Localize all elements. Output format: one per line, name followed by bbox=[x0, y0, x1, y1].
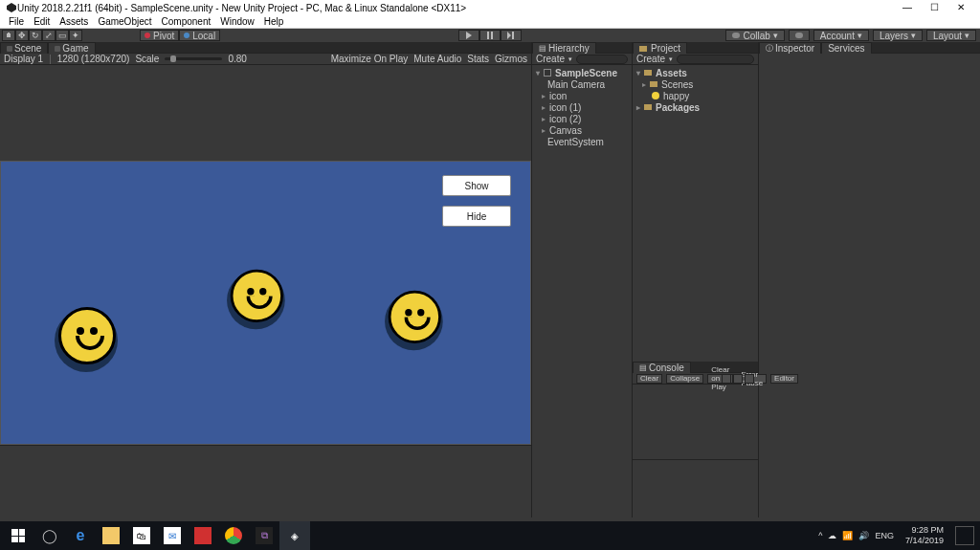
console-warn-filter[interactable] bbox=[733, 374, 743, 384]
project-toolbar: Create▾ bbox=[633, 54, 758, 65]
tray-volume-icon[interactable]: 🔊 bbox=[858, 531, 869, 540]
project-item-happy[interactable]: happy bbox=[633, 90, 758, 101]
hand-tool-button[interactable] bbox=[2, 30, 15, 41]
hierarchy-item-main-camera[interactable]: Main Camera bbox=[532, 78, 632, 90]
account-label: Account bbox=[820, 31, 855, 41]
window-minimize-button[interactable]: — bbox=[894, 0, 921, 15]
pause-button[interactable] bbox=[479, 30, 501, 41]
tab-console[interactable]: ▤Console bbox=[633, 362, 691, 373]
transform-tool-button[interactable]: ✦ bbox=[69, 30, 82, 41]
local-toggle[interactable]: Local bbox=[179, 30, 220, 41]
hierarchy-item-eventsystem[interactable]: EventSystem bbox=[532, 136, 632, 147]
taskbar-edge[interactable]: e bbox=[65, 521, 96, 550]
tray-network-icon[interactable]: 📶 bbox=[842, 531, 853, 540]
rect-tool-button[interactable]: ▭ bbox=[56, 30, 69, 41]
hierarchy-search[interactable] bbox=[576, 55, 628, 64]
menu-file[interactable]: File bbox=[4, 16, 29, 27]
tab-project[interactable]: Project bbox=[633, 42, 687, 54]
console-info-filter[interactable] bbox=[722, 374, 731, 384]
scale-tool-button[interactable]: ⤢ bbox=[42, 30, 56, 41]
hierarchy-tree: ▾SampleScene Main Camera ▸icon ▸icon (1)… bbox=[532, 65, 632, 517]
gizmos-dropdown[interactable]: Gizmos bbox=[495, 54, 527, 64]
game-hide-button[interactable]: Hide bbox=[442, 206, 511, 227]
collab-dropdown[interactable]: Collab ▾ bbox=[725, 30, 784, 41]
game-viewport-wrap: Show Hide bbox=[0, 65, 531, 517]
inspector-column: ⓘInspector Services bbox=[758, 42, 980, 517]
project-assets[interactable]: ▾Assets bbox=[633, 67, 758, 78]
console-editor-dropdown[interactable]: Editor bbox=[770, 374, 798, 384]
taskbar-explorer[interactable] bbox=[96, 521, 126, 550]
menu-window[interactable]: Window bbox=[215, 16, 259, 27]
menu-help[interactable]: Help bbox=[259, 16, 289, 27]
tray-language[interactable]: ENG bbox=[875, 531, 894, 540]
tab-services[interactable]: Services bbox=[821, 42, 871, 54]
console-error-filter[interactable] bbox=[745, 374, 754, 384]
maximize-on-play-toggle[interactable]: Maximize On Play bbox=[331, 54, 409, 64]
taskbar-vs[interactable]: ⧉ bbox=[249, 521, 279, 550]
console-clear-button[interactable]: Clear bbox=[636, 374, 662, 384]
hierarchy-column: ▤Hierarchy Create▾ ▾SampleScene Main Cam… bbox=[531, 42, 632, 517]
pivot-icon bbox=[145, 33, 150, 38]
project-item-scenes[interactable]: ▸Scenes bbox=[633, 78, 758, 90]
menu-component[interactable]: Component bbox=[157, 16, 216, 27]
layout-dropdown[interactable]: Layout ▾ bbox=[926, 30, 976, 41]
game-show-button[interactable]: Show bbox=[442, 175, 511, 196]
tab-game-label: Game bbox=[62, 43, 88, 54]
tab-game[interactable]: Game bbox=[48, 42, 95, 54]
taskbar-search[interactable]: ◯ bbox=[34, 521, 65, 550]
hierarchy-item-canvas[interactable]: ▸Canvas bbox=[532, 124, 632, 136]
project-search[interactable] bbox=[677, 55, 754, 64]
game-toolbar: Display 1 | 1280 (1280x720) Scale 0.80 M… bbox=[0, 54, 531, 65]
start-button[interactable] bbox=[2, 521, 34, 550]
console-detail bbox=[633, 460, 758, 517]
move-tool-button[interactable]: ✥ bbox=[15, 30, 29, 41]
step-button[interactable] bbox=[501, 30, 522, 41]
menu-bar: File Edit Assets GameObject Component Wi… bbox=[0, 15, 980, 29]
taskbar-chrome[interactable] bbox=[218, 521, 249, 550]
tab-hierarchy-label: Hierarchy bbox=[548, 43, 590, 54]
tray-chevron-icon[interactable]: ^ bbox=[818, 531, 822, 540]
taskbar-mail[interactable]: ✉ bbox=[157, 521, 188, 550]
taskbar-unity[interactable]: ◈ bbox=[279, 521, 310, 550]
play-button[interactable] bbox=[458, 30, 479, 41]
game-viewport[interactable]: Show Hide bbox=[0, 161, 531, 445]
taskbar-store[interactable]: 🛍 bbox=[126, 521, 157, 550]
menu-assets[interactable]: Assets bbox=[55, 16, 93, 27]
svg-marker-0 bbox=[7, 3, 16, 12]
tab-inspector[interactable]: ⓘInspector bbox=[759, 42, 821, 54]
center-column: Scene Game Display 1 | 1280 (1280x720) S… bbox=[0, 42, 531, 517]
mute-audio-toggle[interactable]: Mute Audio bbox=[413, 54, 461, 64]
tray-onedrive-icon[interactable]: ☁ bbox=[828, 531, 836, 540]
project-packages[interactable]: ▸Packages bbox=[633, 101, 758, 113]
tab-scene[interactable]: Scene bbox=[0, 42, 48, 54]
hierarchy-scene[interactable]: ▾SampleScene bbox=[532, 67, 632, 78]
cloud2-icon bbox=[795, 33, 803, 38]
hierarchy-item-icon2[interactable]: ▸icon (2) bbox=[532, 113, 632, 124]
resolution-dropdown[interactable]: 1280 (1280x720) bbox=[57, 54, 130, 64]
window-title-bar: Unity 2018.2.21f1 (64bit) - SampleScene.… bbox=[0, 0, 980, 15]
cloud-button[interactable] bbox=[789, 30, 810, 41]
window-close-button[interactable]: ✕ bbox=[947, 0, 974, 15]
console-messages[interactable] bbox=[633, 385, 758, 460]
tray-notifications-icon[interactable] bbox=[955, 526, 974, 545]
layers-dropdown[interactable]: Layers ▾ bbox=[873, 30, 923, 41]
project-create-dropdown[interactable]: Create bbox=[636, 54, 665, 64]
console-collapse-toggle[interactable]: Collapse bbox=[666, 374, 703, 384]
account-dropdown[interactable]: Account ▾ bbox=[813, 30, 869, 41]
pivot-toggle[interactable]: Pivot bbox=[140, 30, 179, 41]
hierarchy-item-icon1[interactable]: ▸icon (1) bbox=[532, 101, 632, 113]
menu-edit[interactable]: Edit bbox=[29, 16, 55, 27]
window-maximize-button[interactable]: ☐ bbox=[921, 0, 947, 15]
display-dropdown[interactable]: Display 1 bbox=[4, 54, 43, 64]
happy-face-3 bbox=[387, 289, 450, 352]
menu-gameobject[interactable]: GameObject bbox=[93, 16, 156, 27]
stats-toggle[interactable]: Stats bbox=[467, 54, 489, 64]
tray-clock[interactable]: 9:28 PM 7/14/2019 bbox=[900, 525, 949, 546]
taskbar-app-red[interactable] bbox=[188, 521, 218, 550]
rotate-tool-button[interactable]: ↻ bbox=[29, 30, 42, 41]
tab-project-label: Project bbox=[651, 43, 680, 54]
tab-hierarchy[interactable]: ▤Hierarchy bbox=[532, 42, 596, 54]
scale-slider[interactable] bbox=[165, 57, 222, 60]
hierarchy-create-dropdown[interactable]: Create bbox=[536, 54, 565, 64]
hierarchy-item-icon[interactable]: ▸icon bbox=[532, 90, 632, 101]
